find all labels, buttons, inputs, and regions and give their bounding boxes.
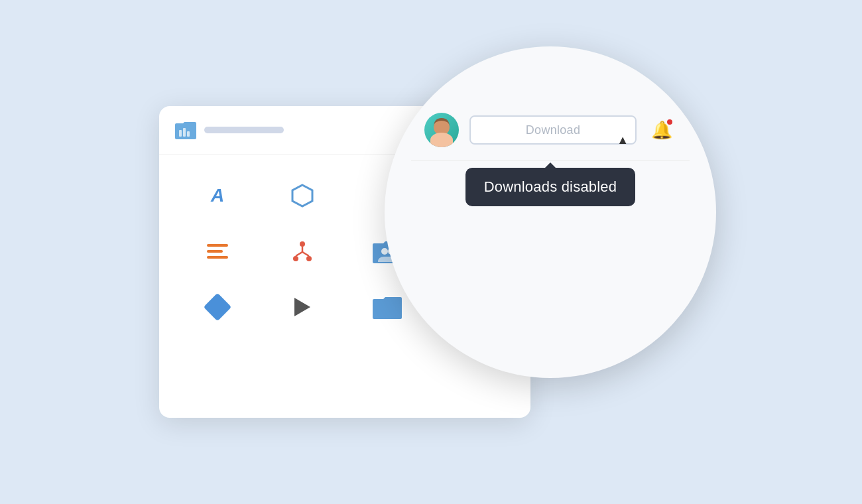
diamond-icon [204,293,231,321]
play-icon [294,298,310,316]
notification-bell-wrapper: 🔔 [647,115,676,145]
grid-cell-0: A [175,168,260,223]
app-header-icon [175,119,196,141]
header-title-placeholder [204,127,284,133]
grid-cell-5 [260,223,345,279]
svg-point-4 [300,241,305,247]
zoom-content: Download ▲ 🔔 Downloads disabled [411,113,690,206]
download-button-label: Download [526,123,580,137]
svg-rect-1 [183,128,186,137]
hexagon-icon [290,184,314,208]
svg-point-5 [293,256,298,261]
svg-rect-0 [179,130,182,137]
svg-line-9 [302,252,309,256]
notification-badge [666,118,674,126]
main-scene: A [159,66,703,438]
avatar [424,113,459,147]
letter-a-icon: A [211,185,224,206]
download-button[interactable]: Download ▲ [469,115,637,145]
svg-marker-3 [292,185,312,206]
cursor-icon: ▲ [617,133,629,147]
grid-cell-4 [175,223,260,279]
grid-cell-1 [260,168,345,223]
lines-icon [207,244,228,259]
zoom-header: Download ▲ 🔔 [411,113,690,161]
svg-point-10 [381,248,388,255]
svg-line-8 [296,252,302,256]
tooltip-arrow [544,162,557,169]
grid-cell-9 [260,279,345,335]
svg-rect-2 [187,131,190,137]
zoom-circle: Download ▲ 🔔 Downloads disabled [385,46,716,378]
svg-point-6 [306,256,312,261]
grid-cell-8 [175,279,260,335]
tooltip-box: Downloads disabled [465,168,636,206]
tooltip-text: Downloads disabled [484,178,617,195]
fork-icon [291,240,314,263]
tooltip-wrapper: Downloads disabled [411,168,690,206]
folder-plain-icon [373,295,402,319]
